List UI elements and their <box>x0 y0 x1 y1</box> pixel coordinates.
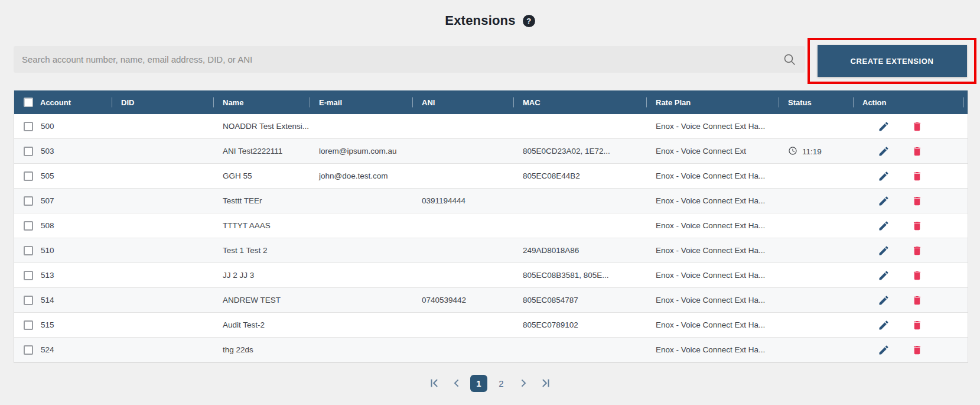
delete-button[interactable] <box>911 270 923 281</box>
table-row: 510 Test 1 Test 2 249AD8018A86 Enox - Vo… <box>14 238 968 263</box>
email-cell <box>310 313 412 338</box>
clock-icon <box>788 146 797 155</box>
mac-cell <box>513 189 646 213</box>
name-cell: ANDREW TEST <box>213 288 310 313</box>
account-value: 505 <box>41 171 54 180</box>
row-checkbox[interactable] <box>24 296 33 305</box>
ani-cell <box>412 238 513 263</box>
delete-button[interactable] <box>911 195 923 207</box>
spacer-cell <box>963 164 968 189</box>
email-cell <box>310 263 412 288</box>
spacer-cell <box>963 288 968 313</box>
table-row: 503 ANI Test2222111 lorem@ipsum.com.au 8… <box>14 139 968 164</box>
status-cell <box>779 263 853 288</box>
action-cell <box>853 313 963 338</box>
spacer-cell <box>963 213 968 238</box>
edit-button[interactable] <box>878 319 890 331</box>
last-page-button[interactable] <box>537 374 554 392</box>
status-cell: 11:19 <box>779 139 853 164</box>
ani-cell <box>412 114 513 139</box>
ani-cell <box>412 164 513 189</box>
row-checkbox[interactable] <box>24 221 33 231</box>
account-value: 507 <box>41 196 54 205</box>
status-value: 11:19 <box>802 147 822 156</box>
select-all-checkbox[interactable] <box>24 98 33 107</box>
mac-cell: 805E0CD23A02, 1E72... <box>513 139 646 164</box>
delete-button[interactable] <box>911 220 923 232</box>
edit-button[interactable] <box>878 121 890 132</box>
page-button-1[interactable]: 1 <box>470 375 487 392</box>
action-cell <box>853 139 963 164</box>
name-cell: ANI Test2222111 <box>213 139 310 164</box>
name-cell: Audit Test-2 <box>213 313 310 338</box>
ani-cell: 0740539442 <box>412 288 513 313</box>
rate-plan-cell: Enox - Voice Connect Ext Ha... <box>646 263 779 288</box>
account-cell: 510 <box>14 238 112 263</box>
spacer-cell <box>963 313 968 338</box>
edit-button[interactable] <box>878 294 890 306</box>
edit-button[interactable] <box>878 195 890 207</box>
action-cell <box>853 288 963 313</box>
help-icon[interactable]: ? <box>523 15 535 27</box>
delete-button[interactable] <box>911 319 923 331</box>
row-checkbox[interactable] <box>24 320 33 330</box>
account-value: 514 <box>41 296 54 304</box>
create-extension-button[interactable]: CREATE EXTENSION <box>818 45 967 77</box>
mac-cell <box>513 338 646 362</box>
did-cell <box>112 139 213 164</box>
edit-button[interactable] <box>878 220 890 232</box>
page-button-2[interactable]: 2 <box>493 375 510 392</box>
row-checkbox[interactable] <box>24 246 33 255</box>
table-row: 524 thg 22ds Enox - Voice Connect Ext Ha… <box>14 338 968 362</box>
row-checkbox[interactable] <box>24 122 33 131</box>
edit-button[interactable] <box>878 170 890 182</box>
action-cell <box>853 114 963 139</box>
search-input[interactable] <box>14 46 783 73</box>
mac-cell: 805EC0789102 <box>513 313 646 338</box>
row-checkbox[interactable] <box>24 271 33 280</box>
account-value: 503 <box>41 147 54 155</box>
table-row: 505 GGH 55 john@doe.test.com 805EC08E44B… <box>14 164 968 189</box>
rate-plan-cell: Enox - Voice Connect Ext Ha... <box>646 213 779 238</box>
mac-cell <box>513 114 646 139</box>
did-cell <box>112 238 213 263</box>
row-checkbox[interactable] <box>24 171 33 181</box>
edit-button[interactable] <box>878 344 890 356</box>
email-cell <box>310 238 412 263</box>
first-page-button[interactable] <box>426 374 443 392</box>
edit-button[interactable] <box>878 245 890 257</box>
delete-button[interactable] <box>911 121 923 132</box>
spacer-cell <box>963 238 968 263</box>
spacer-cell <box>963 139 968 164</box>
delete-button[interactable] <box>911 344 923 356</box>
rate-plan-cell: Enox - Voice Connect Ext Ha... <box>646 338 779 362</box>
delete-button[interactable] <box>911 294 923 306</box>
ani-cell <box>412 263 513 288</box>
did-cell <box>112 114 213 139</box>
delete-button[interactable] <box>911 170 923 182</box>
row-checkbox[interactable] <box>24 196 33 206</box>
next-page-button[interactable] <box>515 374 532 392</box>
did-cell <box>112 288 213 313</box>
account-cell: 515 <box>14 313 112 338</box>
email-cell: john@doe.test.com <box>310 164 412 189</box>
delete-button[interactable] <box>911 145 923 157</box>
search-icon[interactable] <box>783 53 797 67</box>
edit-button[interactable] <box>878 270 890 281</box>
row-checkbox[interactable] <box>24 147 33 156</box>
spacer-cell <box>963 114 968 139</box>
status-cell <box>779 164 853 189</box>
mac-cell: 805EC08E44B2 <box>513 164 646 189</box>
delete-button[interactable] <box>911 245 923 257</box>
did-cell <box>112 263 213 288</box>
did-cell <box>112 189 213 213</box>
page-header: Extensions ? <box>0 13 980 28</box>
action-cell <box>853 213 963 238</box>
prev-page-button[interactable] <box>448 374 465 392</box>
edit-button[interactable] <box>878 145 890 157</box>
spacer-cell <box>963 338 968 362</box>
column-header-account: Account <box>14 90 112 114</box>
email-cell <box>310 338 412 362</box>
column-header-action: Action <box>853 90 963 114</box>
row-checkbox[interactable] <box>24 345 33 355</box>
